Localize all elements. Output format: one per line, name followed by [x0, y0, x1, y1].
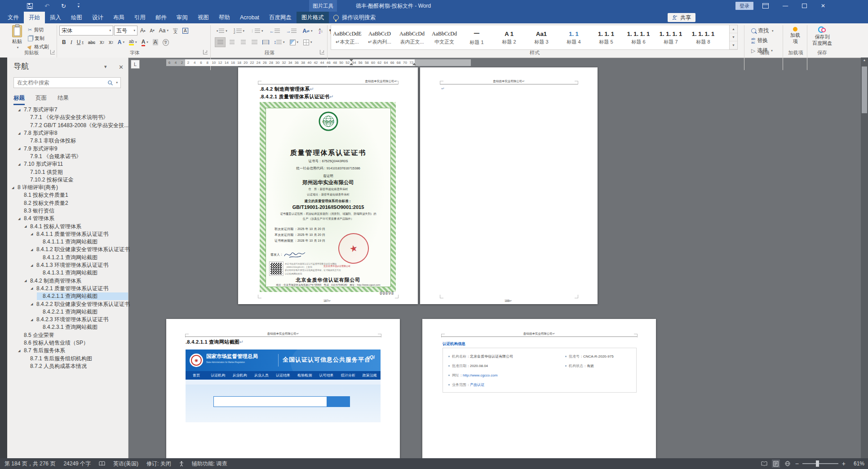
horizontal-ruler[interactable]: 642 246810121416182022242628303234363840… — [166, 59, 471, 66]
zoom-slider[interactable] — [802, 463, 838, 464]
scroll-up-icon[interactable]: ▲ — [861, 58, 868, 62]
tell-me-search[interactable]: 操作说明搜索 — [333, 12, 376, 23]
style-item-6[interactable]: A 1标题 2 — [493, 25, 525, 49]
nav-pane-tab-页面[interactable]: 页面 — [35, 94, 47, 105]
style-gallery-more-icon[interactable]: ▼ — [730, 41, 737, 49]
character-shading-button[interactable]: A — [151, 38, 160, 47]
bold-button[interactable]: B — [60, 38, 68, 47]
nav-pane-tab-结果[interactable]: 结果 — [58, 94, 69, 105]
tab-acrobat[interactable]: Acrobat — [235, 12, 264, 23]
track-changes-indicator[interactable]: 修订: 关闭 — [146, 460, 171, 468]
vertical-scrollbar[interactable]: ▲ — [861, 58, 868, 458]
nav-pane-tab-标题[interactable]: 标题 — [13, 94, 25, 105]
tab-review[interactable]: 审阅 — [172, 12, 193, 23]
collapse-triangle-icon[interactable]: ◢ — [31, 287, 36, 290]
nav-item[interactable]: 8.4.1.2.1 查询网站截图 — [7, 254, 128, 261]
bullets-button[interactable]: •▾ — [215, 27, 229, 35]
scrollbar-thumb[interactable] — [862, 66, 867, 113]
collapse-triangle-icon[interactable]: ◢ — [18, 163, 24, 166]
asian-layout-button[interactable]: A⇄▾ — [301, 27, 314, 35]
nav-item[interactable]: ◢8.4.2 制造商管理体系 — [7, 277, 128, 285]
navigation-search-box[interactable]: 在文档中搜索 ▾ — [13, 77, 121, 88]
nav-item[interactable]: 7.9.1 《合规承诺书》 — [7, 153, 128, 160]
customize-quick-access-icon[interactable]: ▾ — [78, 4, 80, 9]
collapse-triangle-icon[interactable]: ◢ — [18, 349, 24, 353]
collapse-triangle-icon[interactable]: ◢ — [24, 225, 30, 228]
nav-item[interactable]: 7.10.2 投标保证金 — [7, 176, 128, 184]
right-indent-marker[interactable] — [412, 63, 416, 65]
style-item-3[interactable]: AaBbCcDd表内正文... — [396, 25, 428, 49]
copy-button[interactable]: 复制 — [28, 35, 44, 42]
navigation-close-icon[interactable]: ✕ — [119, 64, 124, 71]
quality-certificate-image[interactable]: CGCC 质量管理体系认证证书 证书号：67525Q0443R0S 统一社会信用… — [260, 102, 396, 292]
paragraph-dialog-launcher-icon[interactable] — [320, 50, 324, 54]
increase-indent-button[interactable]: → — [284, 27, 298, 35]
nav-item[interactable]: 8.5 企业荣誉 — [7, 332, 128, 339]
nav-item[interactable]: 8.6 投标人销售业绩（SP） — [7, 339, 128, 347]
close-button[interactable]: ✕ — [816, 0, 830, 12]
change-case-button[interactable]: Aa▾ — [157, 26, 170, 35]
underline-button[interactable]: U▾ — [75, 38, 85, 47]
decrease-indent-button[interactable]: ← — [268, 27, 282, 35]
minimize-button[interactable]: — — [779, 0, 792, 12]
nav-item[interactable]: 7.10.1 供货期 — [7, 168, 128, 176]
add-ins-button[interactable]: 加载项 — [786, 27, 804, 45]
ribbon-display-options-button[interactable] — [759, 0, 772, 12]
navigation-options-chevron-icon[interactable]: ▾ — [104, 64, 107, 70]
phonetic-guide-button[interactable]: wén文 — [171, 26, 180, 35]
style-scroll-down-icon[interactable]: ▼ — [730, 33, 737, 41]
nav-item[interactable]: ◢7.10 形式评审11 — [7, 160, 128, 168]
tab-help[interactable]: 帮助 — [214, 12, 235, 23]
document-page-1[interactable]: 盘锦德丰实业有限公司↵ .8.4.2 制造商管理体系↵ .8.4.2.1 质量管… — [238, 67, 418, 304]
shrink-font-button[interactable]: A▾ — [148, 26, 156, 35]
document-page-4[interactable]: 盘锦德丰实业有限公司↵ 认证机构信息 机构名称：北京金质华信认证有限公司批准号：… — [422, 319, 656, 458]
nav-item[interactable]: ◢8 详细评审(商务) — [7, 184, 128, 191]
justify-button[interactable] — [249, 38, 259, 47]
nav-item[interactable]: ◢8.4.1.2 职业健康安全管理体系认证证书 — [7, 246, 128, 253]
nav-item[interactable]: 8.4.2.1.1 查询网站截图 — [7, 292, 128, 300]
style-item-10[interactable]: 1. 1. 1. 1标题 6 — [622, 25, 655, 49]
tab-view[interactable]: 视图 — [193, 12, 214, 23]
tab-layout[interactable]: 布局 — [108, 12, 129, 23]
nav-item[interactable]: 8.4.1.1.1 查询网站截图 — [7, 238, 128, 246]
align-center-button[interactable] — [227, 38, 237, 47]
style-item-2[interactable]: AaBbCcD↵表内列... — [363, 25, 396, 49]
zoom-out-button[interactable]: − — [795, 460, 799, 467]
document-page-2[interactable]: 盘锦德丰实业有限公司↵ ↵ 188↵ — [420, 67, 598, 304]
tab-stop-selector[interactable]: L — [131, 60, 140, 69]
tab-design[interactable]: 设计 — [87, 12, 108, 23]
style-item-7[interactable]: Aa1标题 3 — [525, 25, 558, 49]
first-line-indent-marker[interactable] — [350, 59, 353, 62]
collapse-triangle-icon[interactable]: ◢ — [31, 302, 36, 306]
collapse-triangle-icon[interactable]: ◢ — [18, 108, 24, 112]
subscript-button[interactable]: x2 — [98, 38, 106, 47]
restore-button[interactable] — [797, 0, 811, 12]
nav-item[interactable]: ◢8.4.2.2 职业健康安全管理体系认证证书 — [7, 300, 128, 308]
collapse-triangle-icon[interactable]: ◢ — [18, 147, 24, 150]
tab-insert[interactable]: 插入 — [45, 12, 66, 23]
collapse-triangle-icon[interactable]: ◢ — [31, 264, 36, 267]
nav-item[interactable]: 8.1 投标文件质量1 — [7, 191, 128, 199]
font-color-button[interactable]: A▾ — [140, 38, 150, 47]
style-item-5[interactable]: 一标题 1 — [461, 25, 493, 49]
page-indicator[interactable]: 第 184 页，共 276 页 — [4, 460, 55, 468]
nav-item[interactable]: ◢7.9 形式评审9 — [7, 145, 128, 152]
borders-button[interactable]: ▾ — [301, 38, 314, 47]
collapse-triangle-icon[interactable]: ◢ — [31, 318, 36, 322]
style-item-4[interactable]: AaBbCcDd中文正文 — [428, 25, 461, 49]
nav-item[interactable]: 8.7.2 人员构成基本情况 — [7, 363, 128, 370]
replace-button[interactable]: abac替换 — [751, 37, 768, 44]
font-dialog-launcher-icon[interactable] — [203, 50, 208, 54]
sort-button[interactable]: AZ↓ — [317, 27, 325, 35]
line-spacing-button[interactable]: ↕▾ — [272, 38, 287, 47]
align-left-button[interactable] — [215, 37, 226, 47]
nav-item[interactable]: 8.7.1 售后服务组织机构图 — [7, 355, 128, 363]
nav-item[interactable]: ◢8.4 管理体系 — [7, 215, 128, 222]
style-item-11[interactable]: 1. 1. 1. 1标题 7 — [655, 25, 687, 49]
nav-item[interactable]: 7.7.1 《化学品安全技术说明书》 — [7, 114, 128, 121]
nav-item[interactable]: ◢8.4.1.1 质量管理体系认证证书 — [7, 230, 128, 238]
redo-icon[interactable]: ↻ — [61, 3, 66, 9]
style-item-12[interactable]: 1. 1. 1. 1标题 8 — [687, 25, 719, 49]
nav-item[interactable]: 7.8.1 非联合体投标 — [7, 137, 128, 145]
search-icon[interactable] — [107, 80, 113, 86]
